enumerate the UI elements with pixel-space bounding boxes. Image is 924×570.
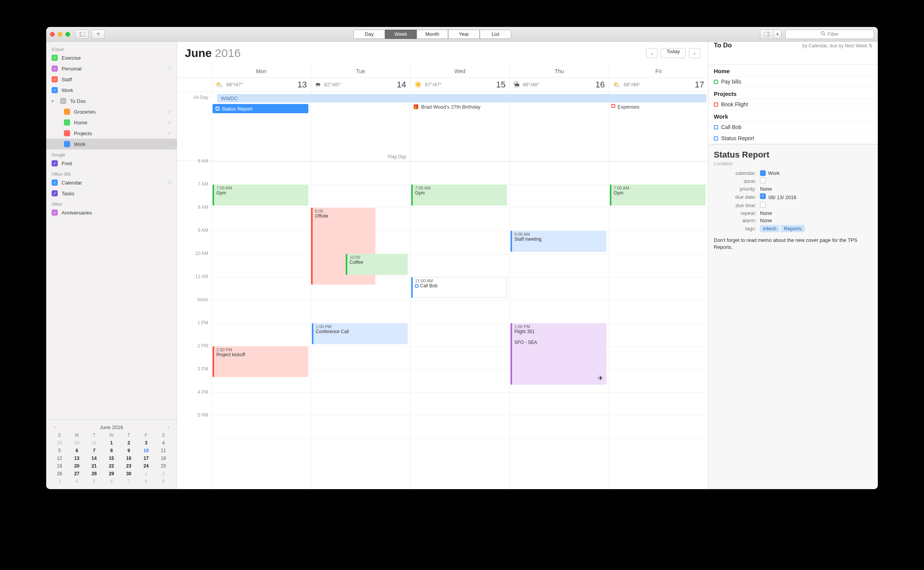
mini-day[interactable]: 5 — [85, 478, 103, 485]
mini-day[interactable]: 19 — [51, 462, 68, 470]
checkbox-icon[interactable]: ✓ — [52, 190, 58, 196]
detail-location[interactable]: Location — [714, 161, 872, 166]
mini-day[interactable]: 4 — [155, 439, 172, 447]
checkbox-icon[interactable]: ✓ — [52, 65, 58, 72]
todo-item-status-report[interactable]: Status Report — [708, 133, 878, 144]
prev-week-button[interactable]: ‹ — [646, 48, 658, 58]
mini-day[interactable]: 29 — [51, 439, 68, 447]
todo-item-call-bob[interactable]: Call Bob — [708, 122, 878, 133]
sidebar-item-home[interactable]: Home✓ — [46, 117, 177, 128]
alarm-picker[interactable]: None — [760, 218, 872, 223]
todo-checkbox[interactable] — [714, 136, 718, 141]
tag-reports[interactable]: Reports — [781, 225, 805, 232]
checkbox-icon[interactable]: ✓ — [52, 179, 58, 186]
mini-day[interactable]: 25 — [155, 462, 172, 470]
mini-day[interactable]: 8 — [137, 478, 155, 485]
priority-picker[interactable]: None — [760, 186, 872, 192]
event-project-kickoff[interactable]: 2:00 PMProject kickoff — [213, 346, 308, 377]
mini-day[interactable]: 13 — [68, 454, 85, 462]
mini-day[interactable]: 26 — [51, 470, 68, 478]
checkbox-icon[interactable]: ✓ — [52, 76, 58, 82]
panel-menu-button[interactable]: ▾ — [773, 30, 782, 39]
close-icon[interactable] — [50, 32, 55, 37]
checkbox-icon[interactable]: ✓ — [52, 55, 58, 61]
sidebar-item-projects[interactable]: Projects✓ — [46, 128, 177, 139]
mini-day[interactable]: 20 — [68, 462, 85, 470]
sidebar-item-exercise[interactable]: ✓Exercise — [46, 52, 177, 63]
due-date-field[interactable]: 06/ 13/ 2016 — [768, 194, 796, 200]
checkbox-icon[interactable]: ✓ — [52, 210, 58, 216]
view-tab-month[interactable]: Month — [417, 30, 448, 39]
mini-prev-button[interactable]: ‹ — [51, 424, 59, 430]
checkbox-icon[interactable] — [64, 109, 70, 115]
event-conference-call[interactable]: 1:00 PMConference Call — [312, 323, 408, 344]
mini-day[interactable]: 3 — [51, 478, 68, 485]
mini-day[interactable]: 9 — [120, 447, 137, 454]
due-date-checkbox[interactable] — [760, 193, 766, 199]
due-time-checkbox[interactable] — [760, 202, 766, 208]
filter-search-input[interactable]: Filter — [785, 30, 874, 39]
event-flight-351[interactable]: 1:00 PMFlight 351SFO - SEA✈︎ — [511, 323, 606, 385]
next-week-button[interactable]: › — [689, 48, 700, 58]
mini-day[interactable]: 2 — [120, 439, 137, 447]
mini-day[interactable]: 30 — [120, 470, 137, 478]
mini-day[interactable]: 23 — [120, 462, 137, 470]
event-gym[interactable]: 7:00 AMGym — [411, 184, 507, 206]
panel-toggle-button[interactable] — [760, 30, 773, 39]
mini-day[interactable]: 11 — [155, 447, 172, 454]
event-coffee[interactable]: 10:00Coffee — [346, 254, 408, 275]
todo-checkbox[interactable] — [714, 80, 718, 84]
mini-day[interactable]: 18 — [155, 454, 172, 462]
sidebar-item-groceries[interactable]: Groceries✓ — [46, 106, 177, 117]
done-checkbox[interactable] — [760, 178, 766, 183]
tags-field[interactable]: intech Reports — [760, 225, 872, 232]
view-tab-year[interactable]: Year — [448, 30, 480, 39]
mini-day[interactable]: 31 — [85, 439, 103, 447]
allday-birthday[interactable]: 🎁Brad Wood's 27th Birthday — [413, 104, 480, 110]
mini-day[interactable]: 1 — [137, 470, 155, 478]
mini-day[interactable]: 17 — [137, 454, 155, 462]
event-call-bob[interactable]: 11:00 AMCall Bob — [411, 277, 507, 298]
mini-day[interactable]: 8 — [103, 447, 120, 454]
day-body[interactable]: 7:00 AMGym2:00 PMProject kickoff — [212, 161, 311, 489]
day-body[interactable]: 9:00 AMStaff meeting1:00 PMFlight 351SFO… — [510, 161, 609, 489]
sidebar-item-personal[interactable]: ✓Personal⦾ — [46, 63, 177, 74]
todo-checkbox[interactable] — [714, 102, 718, 107]
checkbox-icon[interactable]: ✓ — [52, 87, 58, 93]
sidebar-group-todos[interactable]: ▾−To Dos — [46, 96, 177, 106]
new-event-button[interactable]: + — [92, 30, 105, 39]
checkbox-icon[interactable] — [64, 130, 70, 136]
view-tab-week[interactable]: Week — [385, 30, 417, 39]
mini-day[interactable]: 27 — [68, 470, 85, 478]
allday-todo-status[interactable]: Status Report — [213, 104, 308, 113]
event-staff-meeting[interactable]: 9:00 AMStaff meeting — [511, 231, 606, 252]
mini-day[interactable]: 4 — [68, 478, 85, 485]
mini-day[interactable]: 15 — [103, 454, 120, 462]
event-gym[interactable]: 7:00 AMGym — [610, 184, 706, 206]
allday-todo-expenses[interactable]: Expenses — [611, 104, 639, 110]
zoom-icon[interactable] — [65, 32, 70, 37]
sidebar-item-tasks[interactable]: ✓Tasks — [46, 188, 177, 199]
sidebar-item-calendar[interactable]: ✓Calendar⦾ — [46, 177, 177, 188]
view-tab-day[interactable]: Day — [353, 30, 385, 39]
mini-day[interactable]: 3 — [137, 439, 155, 447]
sidebar-item-work[interactable]: Work✓ — [46, 139, 177, 149]
mini-day[interactable]: 10 — [137, 447, 155, 454]
mini-day[interactable]: 7 — [85, 447, 103, 454]
mini-day[interactable]: 9 — [155, 478, 172, 485]
detail-note[interactable]: Don't forget to read memo about the new … — [714, 237, 872, 250]
checkbox-icon[interactable]: − — [60, 98, 66, 104]
todo-filter-label[interactable]: by Calendar, due by Next Week ⇅ — [802, 43, 872, 49]
today-button[interactable]: Today — [661, 48, 686, 58]
mini-day[interactable]: 28 — [85, 470, 103, 478]
mini-day[interactable]: 29 — [103, 470, 120, 478]
mini-day[interactable]: 14 — [85, 454, 103, 462]
mini-day[interactable]: 2 — [155, 470, 172, 478]
minimize-icon[interactable] — [58, 32, 62, 37]
sidebar-item-anniversaries[interactable]: ✓Anniversaries — [46, 207, 177, 218]
mini-day[interactable]: 16 — [120, 454, 137, 462]
mini-day[interactable]: 1 — [103, 439, 120, 447]
todo-item-book-flight[interactable]: Book Flight — [708, 99, 878, 110]
mini-day[interactable]: 21 — [85, 462, 103, 470]
mini-day[interactable]: 6 — [68, 447, 85, 454]
